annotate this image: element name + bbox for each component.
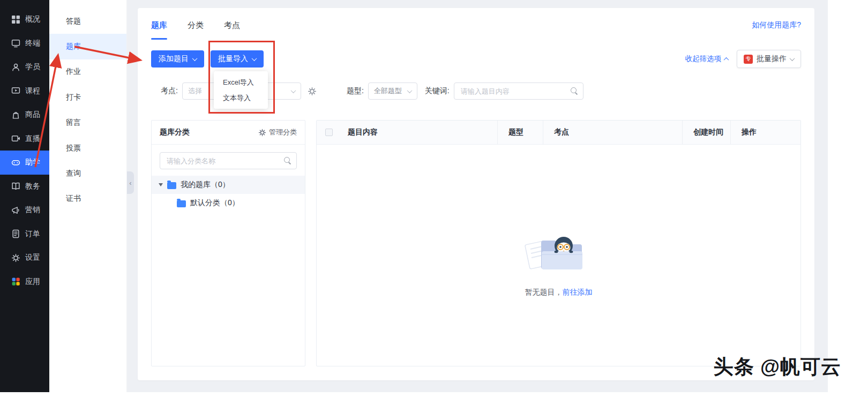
table-column-4: 操作 (731, 121, 800, 144)
type-label: 题型: (347, 86, 364, 96)
filter-type: 题型: 全部题型 (347, 82, 417, 100)
watermark: 头条 @帆可云 (714, 354, 841, 380)
import-dropdown-menu: Excel导入文本导入 (214, 71, 268, 109)
study-icon (11, 158, 20, 167)
type-value: 全部题型 (374, 86, 402, 96)
kaodian-label: 考点: (161, 86, 178, 96)
batch-import-button[interactable]: 批量导入 (211, 50, 264, 68)
sidebar-item-label: 应用 (25, 277, 40, 287)
sidebar-item-label: 直播 (25, 134, 40, 144)
sidebar-item-label: 订单 (25, 229, 40, 239)
sidebar-item-label: 课程 (25, 86, 40, 96)
collapse-filters-link[interactable]: 收起筛选项 (685, 54, 729, 64)
sidebar-item-users[interactable]: 学员 (0, 55, 49, 79)
sidebar-item-apps[interactable]: 应用 (0, 270, 49, 294)
submenu-item-2[interactable]: 作业 (49, 59, 126, 85)
sidebar-item-live[interactable]: 直播 (0, 127, 49, 151)
sidebar-item-label: 概况 (25, 14, 40, 24)
toolbar: 添加题目 批量导入 收起筛选项 专 批量操作 (138, 50, 814, 68)
help-link[interactable]: 如何使用题库? (752, 20, 801, 30)
course-icon (11, 86, 20, 95)
manage-categories-button[interactable]: 管理分类 (258, 128, 297, 137)
table-header-checkbox-cell (317, 121, 341, 144)
kaodian-settings-gear-icon[interactable] (308, 87, 317, 96)
sidebar-item-marketing[interactable]: 营销 (0, 198, 49, 222)
submenu-item-7[interactable]: 证书 (49, 186, 126, 212)
sidebar-item-label: 设置 (25, 253, 40, 262)
tab-0[interactable]: 题库 (151, 8, 167, 42)
batch-import-label: 批量导入 (218, 54, 248, 64)
tree-node-label: 我的题库（0） (181, 180, 230, 190)
secondary-sidebar: 答题题库作业打卡留言投票查询证书 (49, 0, 127, 392)
sidebar-item-settings[interactable]: 设置 (0, 246, 49, 270)
live-icon (11, 134, 20, 143)
category-panel-header: 题库分类 管理分类 (152, 121, 305, 145)
sidebar-item-label: 学员 (25, 62, 40, 72)
sidebar-item-grid[interactable]: 概况 (0, 8, 49, 32)
submenu-item-1[interactable]: 题库 (49, 34, 126, 59)
table-column-1: 题型 (498, 121, 543, 144)
submenu-item-0[interactable]: 答题 (49, 9, 126, 34)
panels: 题库分类 管理分类 我的题库（0）默认分类（0） 题目内容题型考点创建时间操作 (138, 120, 814, 366)
keyword-label: 关键词: (425, 86, 450, 96)
category-panel: 题库分类 管理分类 我的题库（0）默认分类（0） (151, 120, 305, 366)
page: 概况终端学员课程商品直播助学教务营销订单设置应用 答题题库作业打卡留言投票查询证… (0, 0, 868, 405)
chevron-up-icon (724, 57, 729, 62)
submenu-item-4[interactable]: 留言 (49, 110, 126, 136)
go-add-link[interactable]: 前往添加 (563, 288, 593, 296)
empty-text: 暂无题目，前往添加 (522, 288, 596, 297)
chevron-down-icon (790, 56, 795, 61)
keyword-input-wrap (454, 82, 583, 100)
add-question-button[interactable]: 添加题目 (151, 50, 204, 68)
sidebar-item-course[interactable]: 课程 (0, 79, 49, 103)
select-all-checkbox[interactable] (325, 129, 333, 136)
category-panel-title: 题库分类 (160, 128, 190, 137)
type-select[interactable]: 全部题型 (368, 82, 417, 100)
submenu-item-6[interactable]: 查询 (49, 161, 126, 186)
folder-icon (167, 182, 176, 189)
import-menu-item-0[interactable]: Excel导入 (214, 74, 268, 90)
pro-badge-icon: 专 (744, 55, 753, 64)
sidebar-item-label: 营销 (25, 205, 40, 215)
chevron-down-icon (192, 56, 198, 61)
edu-icon (11, 182, 20, 191)
sidebar-item-label: 助学 (25, 158, 40, 167)
sidebar-item-goods[interactable]: 商品 (0, 103, 49, 127)
import-menu-item-1[interactable]: 文本导入 (214, 90, 268, 106)
category-search-input[interactable] (160, 152, 297, 169)
caret-down-icon[interactable] (159, 183, 163, 186)
sidebar-item-terminal[interactable]: 终端 (0, 32, 49, 56)
empty-illustration (522, 221, 596, 277)
grid-icon (11, 15, 20, 24)
keyword-input[interactable] (454, 82, 583, 100)
sidebar-item-label: 终端 (25, 39, 40, 48)
table-header: 题目内容题型考点创建时间操作 (317, 121, 800, 145)
category-search-wrap (160, 152, 297, 169)
sidebar-item-study[interactable]: 助学 (0, 151, 49, 175)
search-icon (571, 87, 578, 94)
table-column-2: 考点 (543, 121, 683, 144)
tree-node-1[interactable]: 默认分类（0） (152, 194, 305, 212)
sidebar-collapse-handle[interactable]: ‹ (127, 171, 134, 194)
question-bank-card: 题库分类考点 如何使用题库? 添加题目 批量导入 收起筛选项 专 批量操作 (138, 8, 814, 380)
terminal-icon (11, 39, 20, 48)
tree-node-0[interactable]: 我的题库（0） (152, 176, 305, 194)
manage-categories-label: 管理分类 (269, 128, 297, 137)
sidebar-item-order[interactable]: 订单 (0, 222, 49, 246)
collapse-icon: ‹ (129, 179, 131, 187)
batch-operations-button[interactable]: 专 批量操作 (737, 50, 801, 68)
category-tree: 我的题库（0）默认分类（0） (152, 176, 305, 212)
tab-2[interactable]: 考点 (224, 8, 240, 42)
sidebar-item-label: 商品 (25, 110, 40, 119)
batch-operations-label: 批量操作 (757, 54, 787, 64)
tab-1[interactable]: 分类 (188, 8, 204, 42)
empty-text-label: 暂无题目， (525, 288, 563, 296)
folder-icon (177, 200, 186, 207)
tree-node-label: 默认分类（0） (190, 198, 240, 208)
submenu-item-5[interactable]: 投票 (49, 136, 126, 161)
collapse-filters-label: 收起筛选项 (685, 54, 722, 64)
sidebar-item-edu[interactable]: 教务 (0, 175, 49, 199)
apps-icon (11, 277, 20, 286)
submenu-item-3[interactable]: 打卡 (49, 85, 126, 110)
table-column-3: 创建时间 (683, 121, 731, 144)
